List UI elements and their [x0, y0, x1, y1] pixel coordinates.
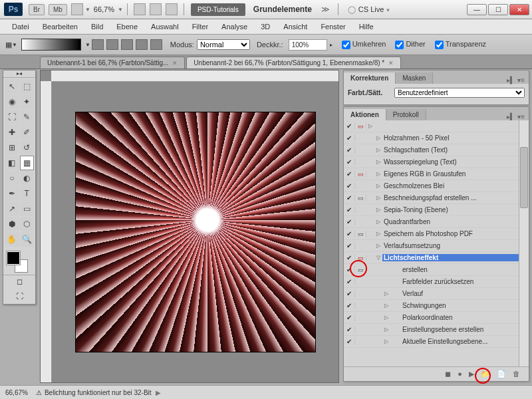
action-row[interactable]: ✔Farbfelder zurücksetzen [344, 276, 529, 288]
action-row[interactable]: ✔▷Wasserspiegelung (Text) [344, 156, 529, 168]
gradient-linear-icon[interactable] [92, 39, 104, 50]
expand-icon[interactable]: ▷ [382, 338, 390, 344]
arrange-dropdown[interactable]: ▼ [85, 7, 90, 13]
marquee-tool[interactable]: ⬚ [20, 79, 35, 94]
action-row[interactable]: ✔▷Schlagschatten (Text) [344, 144, 529, 156]
action-toggle[interactable]: ✔ [344, 254, 355, 261]
wand-tool[interactable]: ✦ [20, 94, 35, 109]
gradient-diamond-icon[interactable] [150, 39, 162, 50]
dodge-tool[interactable]: ◐ [20, 171, 35, 186]
action-dialog-icon[interactable]: ▭ [355, 195, 366, 201]
action-row[interactable]: ✔▷Holzrahmen - 50 Pixel [344, 132, 529, 144]
gradient-radial-icon[interactable] [106, 39, 118, 50]
workspace-more[interactable]: ≫ [321, 5, 330, 14]
workspace-selector[interactable]: PSD-Tutorials [191, 3, 245, 16]
stamp-tool[interactable]: ⊞ [5, 140, 19, 155]
expand-icon[interactable]: ▷ [382, 303, 390, 309]
action-toggle[interactable]: ✔ [344, 182, 355, 190]
expand-icon[interactable]: ▷ [374, 195, 382, 201]
quickmask-icon[interactable]: ◻ [3, 275, 35, 292]
shape-tool[interactable]: ▭ [20, 201, 35, 216]
action-toggle[interactable]: ✔ [344, 278, 355, 285]
expand-icon[interactable]: ▷ [374, 147, 382, 153]
record-icon[interactable]: ● [458, 370, 462, 378]
expand-icon[interactable]: ▷ [374, 219, 382, 225]
action-row[interactable]: ✔▭▷ [344, 120, 529, 132]
hand-tool[interactable]: ✋ [5, 232, 19, 247]
transparenz-check[interactable]: Transparenz [432, 39, 486, 51]
action-row[interactable]: ✔▭▷Eigenes RGB in Graustufen [344, 168, 529, 180]
lasso-tool[interactable]: ◉ [5, 94, 19, 109]
expand-icon[interactable]: ▷ [374, 243, 382, 249]
ruler-horizontal[interactable] [51, 70, 338, 82]
history-tool[interactable]: ↺ [20, 140, 35, 155]
actions-list[interactable]: ✔▭▷✔▷Holzrahmen - 50 Pixel✔▷Schlagschatt… [344, 120, 529, 366]
blur-tool[interactable]: ○ [5, 171, 19, 186]
expand-icon[interactable]: ▽ [374, 255, 382, 261]
action-row[interactable]: ✔▷Einstellungsebene erstellen [344, 324, 529, 336]
maximize-button[interactable]: ☐ [488, 4, 508, 15]
new-set-icon[interactable]: 📁 [481, 370, 490, 378]
color-swatches[interactable] [3, 248, 35, 275]
action-row[interactable]: ✔▷Sepia-Toning (Ebene) [344, 204, 529, 216]
action-dialog-icon[interactable]: ▭ [355, 123, 366, 130]
zoom-display[interactable]: 66,7% [94, 5, 114, 13]
pen-tool[interactable]: ✒ [5, 186, 19, 201]
menu-analyse[interactable]: Analyse [215, 23, 254, 31]
zoom-tool[interactable]: 🔍 [20, 232, 35, 247]
gradient-angle-icon[interactable] [121, 39, 133, 50]
umkehren-check[interactable]: Umkehren [339, 39, 386, 51]
screenmode-icon[interactable]: ⛶ [3, 292, 35, 304]
action-toggle[interactable]: ✔ [344, 242, 355, 249]
modus-select[interactable]: Normal [197, 39, 250, 50]
eraser-tool[interactable]: ◧ [5, 156, 19, 170]
cslive-button[interactable]: CS Live [348, 5, 391, 14]
path-tool[interactable]: ↗ [5, 201, 19, 216]
gradient-tool[interactable]: ▦ [20, 156, 35, 170]
menu-hilfe[interactable]: Hilfe [352, 23, 380, 31]
action-row[interactable]: ✔▭erstellen [344, 264, 529, 276]
scrollbar[interactable] [519, 120, 529, 366]
tool-icon-1[interactable] [134, 3, 146, 15]
expand-icon[interactable]: ▷ [366, 123, 374, 129]
menu-auswahl[interactable]: Auswahl [144, 23, 186, 31]
action-toggle[interactable]: ✔ [344, 194, 355, 201]
stop-icon[interactable]: ◼ [445, 370, 451, 378]
expand-icon[interactable]: ▷ [382, 315, 390, 321]
status-next-icon[interactable]: ▶ [156, 389, 161, 396]
gradient-reflected-icon[interactable] [136, 39, 148, 50]
workspace-label[interactable]: Grundelemente [248, 2, 317, 17]
action-toggle[interactable]: ✔ [344, 326, 355, 333]
menu-3d[interactable]: 3D [254, 23, 277, 31]
dither-check[interactable]: Dither [392, 39, 425, 51]
action-row[interactable]: ✔▷Polarkoordinaten [344, 312, 529, 324]
action-row[interactable]: ✔▭▽Lichtscheineffekt [344, 252, 529, 264]
action-dialog-icon[interactable]: ▭ [355, 231, 366, 237]
expand-icon[interactable]: ▷ [374, 183, 382, 189]
tab-aktionen[interactable]: Aktionen [344, 109, 386, 120]
scroll-thumb[interactable] [520, 147, 528, 208]
action-toggle[interactable]: ✔ [344, 206, 355, 213]
expand-icon[interactable]: ▷ [374, 171, 382, 177]
status-zoom[interactable]: 66,67% [5, 389, 28, 396]
action-toggle[interactable]: ✔ [344, 302, 355, 309]
expand-icon[interactable]: ▷ [382, 291, 390, 297]
menu-ansicht[interactable]: Ansicht [277, 23, 314, 31]
action-toggle[interactable]: ✔ [344, 314, 355, 321]
menu-bearbeiten[interactable]: Bearbeiten [36, 23, 84, 31]
menu-bild[interactable]: Bild [84, 23, 110, 31]
tool-preset-dropdown[interactable]: ▼ [12, 42, 17, 48]
canvas-viewport[interactable] [52, 82, 338, 382]
menu-ebene[interactable]: Ebene [110, 23, 144, 31]
panel-menu-icon[interactable]: ▸▍ ▾≡ [503, 76, 529, 84]
action-row[interactable]: ✔▷Verlaufsumsetzung [344, 240, 529, 252]
action-dialog-icon[interactable]: ▭ [355, 255, 366, 261]
heal-tool[interactable]: ✚ [5, 125, 19, 140]
action-toggle[interactable]: ✔ [344, 170, 355, 178]
action-toggle[interactable]: ✔ [344, 230, 355, 237]
expand-icon[interactable]: ▷ [374, 231, 382, 237]
close-tab-icon[interactable]: ✕ [172, 60, 178, 66]
gradient-dropdown[interactable]: ▼ [85, 42, 90, 48]
trash-icon[interactable]: 🗑 [513, 370, 520, 378]
close-tab-icon[interactable]: ✕ [388, 60, 394, 66]
